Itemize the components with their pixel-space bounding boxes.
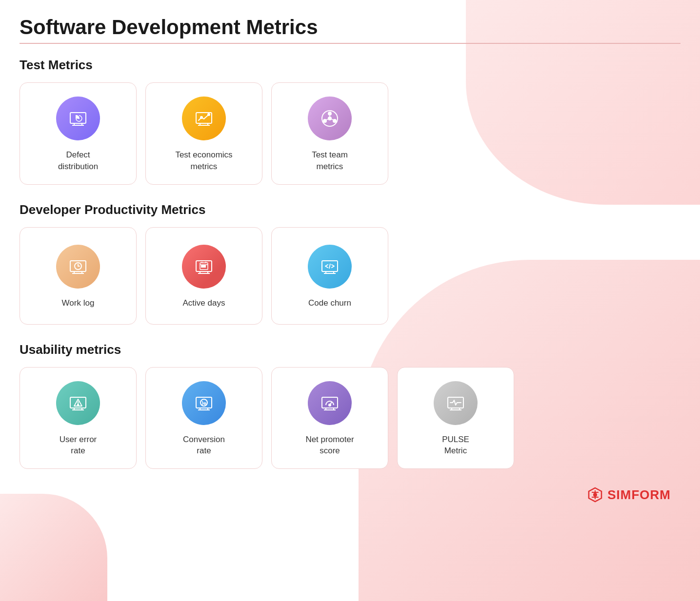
- icon-circle-conversion-rate: [182, 381, 226, 425]
- section-title-developer-productivity: Developer Productivity Metrics: [20, 202, 680, 217]
- page-container: Software Development Metrics Test Metric…: [0, 0, 700, 532]
- svg-line-17: [326, 119, 329, 120]
- svg-point-12: [333, 119, 336, 122]
- icon-circle-defect-distribution: [56, 97, 100, 140]
- metric-card-active-days[interactable]: Active days: [145, 227, 262, 325]
- card-label-pulse-metric: PULSE Metric: [442, 434, 469, 457]
- metric-card-net-promoter[interactable]: Net promoter score: [271, 367, 388, 469]
- simform-logo-icon: [587, 486, 603, 503]
- icon-circle-code-churn: [308, 245, 352, 289]
- svg-line-37: [329, 264, 330, 269]
- section-developer-productivity: Developer Productivity Metrics Work log …: [20, 202, 680, 325]
- icon-circle-pulse-metric: [434, 381, 478, 425]
- section-test-metrics: Test Metrics Defect distribution Test ec…: [20, 58, 680, 185]
- svg-point-9: [200, 116, 202, 118]
- metric-card-code-churn[interactable]: Code churn: [271, 227, 388, 325]
- icon-circle-net-promoter: [308, 381, 352, 425]
- svg-point-55: [329, 404, 331, 406]
- simform-logo-text: SIMFORM: [607, 487, 671, 503]
- page-title: Software Development Metrics: [20, 16, 680, 39]
- metric-card-work-log[interactable]: Work log: [20, 227, 137, 325]
- sections-container: Test Metrics Defect distribution Test ec…: [20, 58, 680, 469]
- card-label-user-error-rate: User error rate: [60, 434, 97, 457]
- card-label-test-economics: Test economics metrics: [175, 149, 232, 173]
- metric-card-defect-distribution[interactable]: Defect distribution: [20, 82, 137, 185]
- svg-point-49: [204, 403, 206, 405]
- metric-card-user-error-rate[interactable]: User error rate: [20, 367, 137, 469]
- svg-rect-32: [204, 266, 205, 267]
- card-label-net-promoter: Net promoter score: [305, 434, 354, 457]
- title-divider: [20, 43, 680, 44]
- icon-circle-test-economics: [182, 97, 226, 140]
- cards-grid-usability-metrics: User error rate Conversion rate Net prom…: [20, 367, 680, 469]
- card-label-defect-distribution: Defect distribution: [58, 149, 98, 173]
- svg-point-43: [78, 404, 79, 405]
- cards-grid-developer-productivity: Work log Active days Code churn: [20, 227, 680, 325]
- section-title-usability-metrics: Usability metrics: [20, 342, 680, 357]
- svg-point-60: [593, 493, 597, 497]
- metric-card-test-team[interactable]: Test team metrics: [271, 82, 388, 185]
- svg-point-8: [208, 114, 210, 116]
- cards-grid-test-metrics: Defect distribution Test economics metri…: [20, 82, 680, 185]
- icon-circle-test-team: [308, 97, 352, 140]
- card-label-work-log: Work log: [62, 297, 95, 309]
- icon-circle-active-days: [182, 245, 226, 289]
- metric-card-test-economics[interactable]: Test economics metrics: [145, 82, 262, 185]
- svg-point-13: [323, 119, 326, 122]
- metric-card-pulse-metric[interactable]: PULSE Metric: [397, 367, 514, 469]
- metric-card-conversion-rate[interactable]: Conversion rate: [145, 367, 262, 469]
- card-label-conversion-rate: Conversion rate: [183, 434, 225, 457]
- svg-point-14: [328, 117, 331, 120]
- icon-circle-user-error-rate: [56, 381, 100, 425]
- card-label-test-team: Test team metrics: [312, 149, 348, 173]
- section-title-test-metrics: Test Metrics: [20, 58, 680, 73]
- svg-point-11: [328, 112, 331, 115]
- card-label-code-churn: Code churn: [308, 297, 351, 309]
- logo-area: SIMFORM: [20, 486, 680, 503]
- svg-line-16: [331, 119, 334, 120]
- section-usability-metrics: Usability metrics User error rate Conver…: [20, 342, 680, 469]
- card-label-active-days: Active days: [183, 297, 225, 309]
- svg-rect-31: [201, 266, 203, 267]
- icon-circle-work-log: [56, 245, 100, 289]
